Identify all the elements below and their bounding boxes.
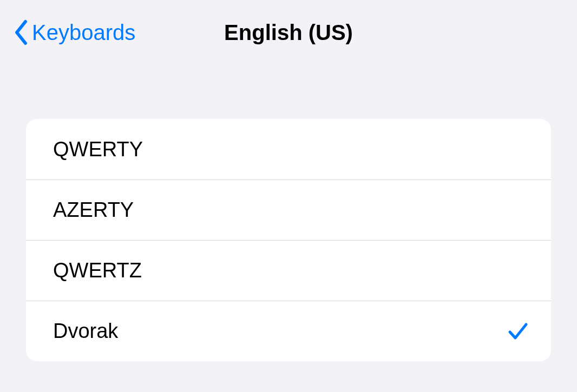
layout-row-qwertz[interactable]: QWERTZ	[26, 240, 551, 301]
back-button[interactable]: Keyboards	[14, 19, 135, 45]
chevron-left-icon	[14, 19, 29, 45]
page-title: English (US)	[224, 21, 353, 45]
layout-row-label: QWERTY	[53, 138, 143, 161]
checkmark-icon	[507, 320, 529, 343]
back-label: Keyboards	[32, 21, 135, 45]
layout-row-qwerty[interactable]: QWERTY	[26, 119, 551, 180]
layout-row-dvorak[interactable]: Dvorak	[26, 301, 551, 361]
layout-list: QWERTY AZERTY QWERTZ Dvorak	[26, 119, 551, 361]
nav-bar: Keyboards English (US)	[0, 0, 577, 65]
layout-row-azerty[interactable]: AZERTY	[26, 180, 551, 240]
layout-row-label: QWERTZ	[53, 259, 142, 282]
layout-row-label: AZERTY	[53, 198, 134, 222]
layout-row-label: Dvorak	[53, 320, 118, 343]
